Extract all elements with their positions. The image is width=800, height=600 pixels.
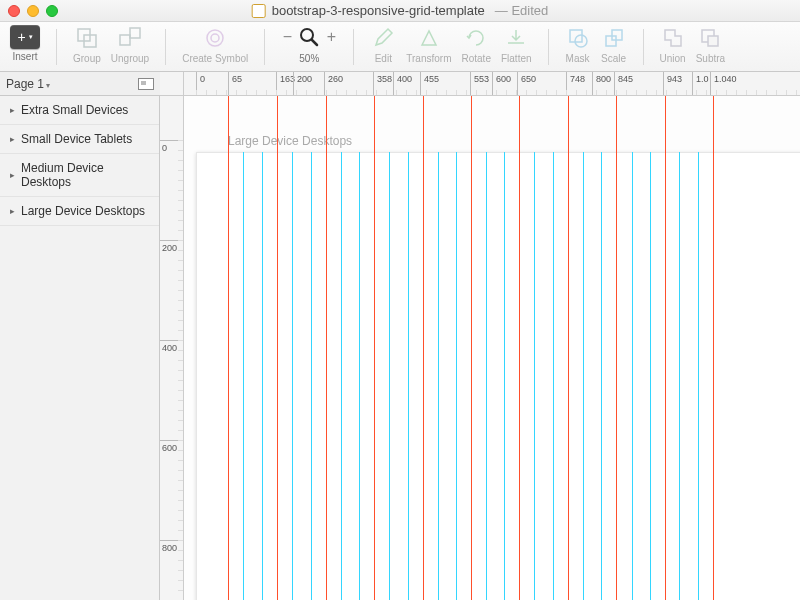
union-button[interactable]: Union: [660, 25, 686, 64]
ruler-guide[interactable]: [568, 96, 569, 600]
column-guide: [243, 152, 244, 600]
svg-rect-12: [708, 36, 718, 46]
subtract-icon: [697, 25, 723, 51]
ruler-minor-tick: [178, 330, 184, 331]
flatten-button[interactable]: Flatten: [501, 25, 532, 64]
ruler-minor-tick: [178, 180, 184, 181]
ruler-guide[interactable]: [277, 96, 278, 600]
layer-item[interactable]: ▸Large Device Desktops: [0, 197, 159, 226]
insert-button[interactable]: + Insert: [10, 25, 40, 62]
toolbar-separator: [353, 29, 354, 65]
ruler-guide[interactable]: [326, 96, 327, 600]
canvas-area[interactable]: 0651632002603584004555536006507488008459…: [160, 72, 800, 600]
layer-item[interactable]: ▸Medium Device Desktops: [0, 154, 159, 197]
ruler-minor-tick: [506, 90, 507, 96]
zoom-level-label[interactable]: 50%: [299, 53, 319, 64]
ruler-minor-tick: [316, 90, 317, 96]
scale-button[interactable]: Scale: [601, 25, 627, 64]
ruler-minor-tick: [406, 90, 407, 96]
ruler-tick: 455: [420, 72, 421, 96]
flatten-label: Flatten: [501, 53, 532, 64]
ruler-minor-tick: [586, 90, 587, 96]
artboard-title[interactable]: Large Device Desktops: [228, 134, 352, 148]
ruler-minor-tick: [426, 90, 427, 96]
ruler-minor-tick: [326, 90, 327, 96]
rotate-button[interactable]: Rotate: [462, 25, 491, 64]
magnifier-icon[interactable]: [299, 27, 319, 47]
ruler-guide[interactable]: [471, 96, 472, 600]
ruler-minor-tick: [178, 490, 184, 491]
ungroup-label: Ungroup: [111, 53, 149, 64]
ruler-minor-tick: [216, 90, 217, 96]
column-guide: [632, 152, 633, 600]
ruler-minor-tick: [446, 90, 447, 96]
ungroup-button[interactable]: Ungroup: [111, 25, 149, 64]
ruler-minor-tick: [178, 380, 184, 381]
zoom-in-button[interactable]: +: [325, 28, 337, 46]
ruler-guide[interactable]: [374, 96, 375, 600]
ruler-minor-tick: [178, 460, 184, 461]
zoom-out-button[interactable]: −: [281, 28, 293, 46]
close-window-button[interactable]: [8, 5, 20, 17]
title-bar: bootstrap-3-responsive-grid-template — E…: [0, 0, 800, 22]
ruler-guide[interactable]: [519, 96, 520, 600]
artboard[interactable]: [196, 152, 800, 600]
ruler-minor-tick: [556, 90, 557, 96]
horizontal-ruler[interactable]: 0651632002603584004555536006507488008459…: [184, 72, 800, 96]
maximize-window-button[interactable]: [46, 5, 58, 17]
ruler-minor-tick: [178, 540, 184, 541]
ruler-minor-tick: [256, 90, 257, 96]
ruler-guide[interactable]: [713, 96, 714, 600]
layer-item[interactable]: ▸Small Device Tablets: [0, 125, 159, 154]
edit-button[interactable]: Edit: [370, 25, 396, 64]
group-label: Group: [73, 53, 101, 64]
ruler-minor-tick: [516, 90, 517, 96]
ruler-tick: 650: [517, 72, 518, 96]
pages-dropdown[interactable]: Page 1: [0, 72, 160, 96]
canvas[interactable]: Large Device Desktops: [184, 96, 800, 600]
ruler-minor-tick: [178, 230, 184, 231]
artboard-list-icon[interactable]: [138, 78, 154, 90]
ruler-tick: 65: [228, 72, 229, 96]
group-button[interactable]: Group: [73, 25, 101, 64]
ruler-guide[interactable]: [665, 96, 666, 600]
svg-rect-3: [130, 28, 140, 38]
ruler-minor-tick: [576, 90, 577, 96]
ruler-minor-tick: [178, 420, 184, 421]
toolbar: + Insert Group Ungroup Create Symbol − +…: [0, 22, 800, 72]
ruler-minor-tick: [178, 320, 184, 321]
column-guide: [504, 152, 505, 600]
ruler-tick: 1.0: [692, 72, 693, 96]
zoom-control: − + 50%: [281, 27, 337, 64]
edit-label: Edit: [375, 53, 392, 64]
ruler-minor-tick: [178, 150, 184, 151]
ruler-guide[interactable]: [228, 96, 229, 600]
pencil-icon: [370, 25, 396, 51]
transform-button[interactable]: Transform: [406, 25, 451, 64]
ruler-origin[interactable]: [160, 72, 184, 96]
ungroup-icon: [117, 25, 143, 51]
column-guide: [534, 152, 535, 600]
vertical-ruler[interactable]: 0200400600800: [160, 96, 184, 600]
ruler-minor-tick: [246, 90, 247, 96]
create-symbol-button[interactable]: Create Symbol: [182, 25, 248, 64]
ruler-minor-tick: [416, 90, 417, 96]
svg-rect-10: [612, 30, 622, 40]
ruler-guide[interactable]: [616, 96, 617, 600]
mask-icon: [565, 25, 591, 51]
ruler-guide[interactable]: [423, 96, 424, 600]
ruler-minor-tick: [596, 90, 597, 96]
ruler-minor-tick: [536, 90, 537, 96]
ruler-minor-tick: [706, 90, 707, 96]
ruler-tick: 553: [470, 72, 471, 96]
union-icon: [660, 25, 686, 51]
mask-button[interactable]: Mask: [565, 25, 591, 64]
ruler-minor-tick: [178, 590, 184, 591]
subtract-button[interactable]: Subtra: [696, 25, 725, 64]
subtract-label: Subtra: [696, 53, 725, 64]
svg-rect-9: [606, 36, 616, 46]
minimize-window-button[interactable]: [27, 5, 39, 17]
ruler-minor-tick: [736, 90, 737, 96]
layer-item[interactable]: ▸Extra Small Devices: [0, 96, 159, 125]
ruler-minor-tick: [296, 90, 297, 96]
